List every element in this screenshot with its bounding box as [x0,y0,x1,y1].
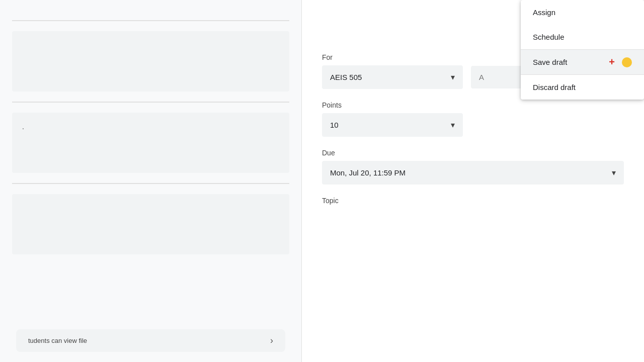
points-dropdown-arrow: ▾ [451,120,455,130]
content-area: . [0,10,301,352]
due-value: Mon, Jul 20, 11:59 PM [330,168,406,177]
schedule-label: Schedule [533,33,565,41]
plus-icon: + [609,56,615,68]
period-text: . [22,123,279,131]
dropdown-menu: Assign Schedule Save draft + Discard dra… [521,0,644,100]
chevron-right-icon: › [270,335,273,346]
orange-circle-icon [622,57,632,67]
due-dropdown-arrow: ▾ [612,168,616,177]
points-value: 10 [330,121,339,129]
assign-partial-text: A [479,73,484,81]
divider-line-3 [12,183,289,184]
save-draft-icons: + [609,56,632,68]
topic-label: Topic [322,197,624,205]
assign-label: Assign [533,8,555,17]
content-block-2: . [12,113,289,173]
right-header: Saved Assign Schedule Save draft + [322,0,624,20]
right-panel: Saved Assign Schedule Save draft + [302,0,644,362]
course-value: AEIS 505 [330,73,362,81]
dropdown-item-schedule[interactable]: Schedule [521,25,644,49]
due-select[interactable]: Mon, Jul 20, 11:59 PM ▾ [322,161,624,185]
bottom-bar-text: tudents can view file [28,337,87,344]
dropdown-item-discard-draft[interactable]: Discard draft [521,75,644,100]
points-label: Points [322,101,624,109]
content-block-1 [12,31,289,92]
dropdown-item-save-draft[interactable]: Save draft + [521,50,644,74]
due-label: Due [322,149,624,157]
bottom-bar[interactable]: tudents can view file › [16,329,285,352]
points-select[interactable]: 10 ▾ [322,113,463,137]
discard-draft-label: Discard draft [533,83,576,92]
course-select[interactable]: AEIS 505 ▾ [322,65,463,89]
course-dropdown-arrow: ▾ [451,72,455,82]
divider-line-2 [12,102,289,103]
left-panel: . tudents can view file › [0,0,302,362]
content-block-3 [12,194,289,254]
dropdown-item-assign[interactable]: Assign [521,0,644,25]
divider-line [12,20,289,21]
